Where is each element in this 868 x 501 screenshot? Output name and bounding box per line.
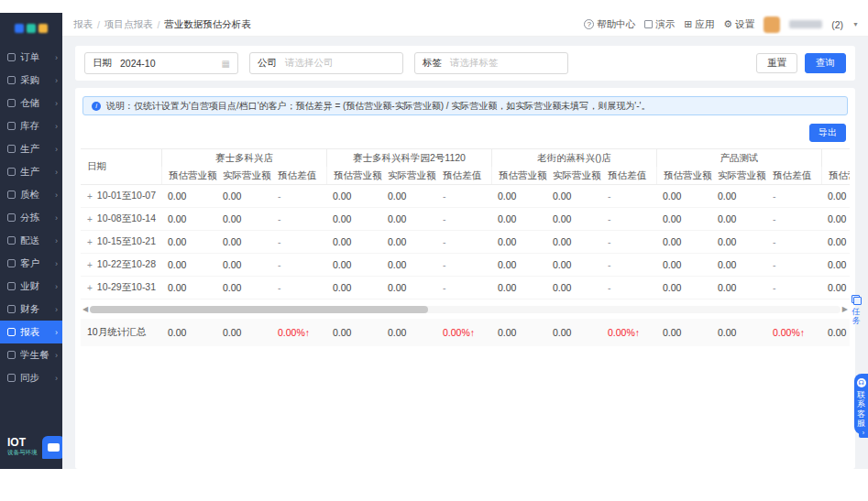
menu-icon (7, 282, 16, 290)
sidebar-item-label: 分拣 (20, 212, 55, 224)
breadcrumb-item[interactable]: 项目点报表 (104, 18, 153, 31)
iot-text: IOT 设备与环境 (7, 437, 38, 458)
data-cell: 0.00 (381, 282, 436, 293)
topbar-action-demo[interactable]: 演示 (644, 18, 675, 31)
sidebar-item-生产[interactable]: 生产› (0, 137, 62, 160)
data-cell: 0.00 (656, 259, 711, 270)
avatar[interactable] (764, 16, 780, 33)
scroll-left-icon[interactable]: ◀ (81, 306, 90, 313)
row-date-cell: +10-01至10-07 (81, 190, 161, 202)
date-picker[interactable]: 日期 2024-10 ▦ (84, 52, 238, 74)
topbar-action-apps[interactable]: ⊞应用 (684, 18, 714, 31)
date-value: 2024-10 (120, 58, 156, 69)
data-cell: 0.00 (546, 236, 601, 247)
row-date-label: 10-22至10-28 (97, 258, 156, 271)
sidebar-item-label: 订单 (20, 51, 55, 64)
tasks-widget[interactable]: 任务 (847, 295, 865, 326)
expand-toggle-icon[interactable]: + (87, 191, 93, 201)
sidebar-item-采购[interactable]: 采购› (0, 69, 62, 92)
chevron-right-icon: › (55, 305, 58, 314)
export-button[interactable]: 导出 (809, 124, 846, 142)
expand-toggle-icon[interactable]: + (87, 214, 93, 224)
sub-header: 预估营业额 (326, 167, 381, 184)
app-logo (0, 13, 62, 44)
collapse-icon[interactable]: › (859, 429, 868, 438)
iot-chat-icon[interactable] (42, 436, 65, 459)
data-cell: 0.00 (326, 191, 381, 201)
topbar-action-label: 帮助中心 (597, 18, 635, 31)
sidebar-item-配送[interactable]: 配送› (0, 229, 62, 252)
company-select[interactable]: 公司 请选择公司 (249, 52, 403, 74)
gear-icon: ⚙ (723, 19, 732, 29)
sidebar-item-财务[interactable]: 财务› (0, 298, 62, 321)
help-icon: ? (584, 19, 594, 29)
tasks-icon (852, 295, 862, 305)
expand-toggle-icon[interactable]: + (87, 283, 93, 293)
menu-icon (7, 191, 16, 199)
expand-toggle-icon[interactable]: + (87, 237, 93, 247)
sidebar-item-质检[interactable]: 质检› (0, 183, 62, 206)
data-cell: - (601, 213, 656, 224)
group-header-partial (821, 149, 850, 167)
data-cell: 0.00 (656, 236, 711, 247)
menu-icon (7, 99, 16, 107)
data-cell: 0.00 (491, 236, 546, 247)
tasks-label-char: 务 (852, 316, 861, 325)
sidebar-item-label: 仓储 (20, 97, 55, 110)
sidebar-item-报表[interactable]: 报表› (0, 321, 62, 343)
contact-service-button[interactable]: ☊ 联系客服 (854, 374, 868, 434)
table-row: +10-29至10-310.000.00-0.000.00-0.000.00-0… (81, 277, 850, 300)
sidebar-item-分拣[interactable]: 分拣› (0, 206, 62, 229)
scrollbar-track[interactable] (90, 306, 841, 313)
sidebar-item-客户[interactable]: 客户› (0, 252, 62, 275)
menu-icon (7, 351, 16, 359)
summary-cell: 0.00 (546, 327, 601, 338)
topbar-action-label: 设置 (735, 18, 754, 31)
group-header-row: 赛士多科兴店赛士多科兴科学园2号1120老街的蒸科兴()店产品测试 (161, 149, 850, 167)
summary-label: 10月统计汇总 (81, 326, 161, 339)
data-cell: 0.00 (711, 191, 766, 201)
sub-header: 预估营业额 (161, 167, 216, 184)
chevron-right-icon: › (55, 328, 58, 337)
data-cell: 0.00 (711, 236, 766, 247)
summary-cell: 0.00 (216, 327, 271, 338)
chevron-right-icon: › (55, 236, 58, 245)
sidebar-item-库存[interactable]: 库存› (0, 114, 62, 137)
sidebar-item-订单[interactable]: 订单› (0, 46, 62, 69)
expand-toggle-icon[interactable]: + (87, 260, 93, 270)
sidebar-item-同步[interactable]: 同步› (0, 366, 62, 389)
data-cell: - (271, 236, 326, 247)
app-window: 订单›采购›仓储›库存›生产›生产›质检›分拣›配送›客户›业财›财务›报表›学… (0, 13, 868, 469)
data-cell-partial: 0.00 (821, 191, 850, 201)
topbar-action-gear[interactable]: ⚙设置 (723, 18, 754, 31)
data-cell: - (271, 213, 326, 224)
calendar-icon: ▦ (222, 59, 230, 69)
data-cell-partial: 0.00 (821, 259, 850, 270)
table-row: +10-15至10-210.000.00-0.000.00-0.000.00-0… (81, 231, 850, 254)
sidebar-item-生产[interactable]: 生产› (0, 160, 62, 183)
chevron-down-icon[interactable]: ▼ (852, 21, 859, 27)
notice-text: 说明：仅统计设置为'自营项目点/档口'的客户；预估差异 = (预估营业额-实际营… (106, 100, 650, 113)
chevron-right-icon: › (55, 351, 58, 360)
sub-header: 预估差值 (601, 167, 656, 184)
tag-select[interactable]: 标签 请选择标签 (414, 52, 568, 74)
service-label-char: 系 (857, 399, 865, 408)
service-label-char: 客 (857, 409, 865, 419)
breadcrumb-item[interactable]: 报表 (73, 18, 93, 31)
topbar-action-help[interactable]: ?帮助中心 (584, 18, 635, 31)
search-button[interactable]: 查询 (805, 53, 846, 73)
menu-icon (7, 328, 16, 336)
row-date-cell: +10-08至10-14 (81, 212, 161, 225)
sidebar-item-学生餐[interactable]: 学生餐› (0, 343, 62, 366)
reset-button[interactable]: 重置 (756, 53, 797, 73)
row-date-label: 10-01至10-07 (97, 190, 156, 202)
summary-cell-partial: 0.00 (821, 327, 850, 338)
chevron-right-icon: › (55, 53, 58, 62)
data-cell: 0.00 (656, 191, 711, 201)
data-cell: - (436, 259, 491, 270)
sidebar-item-仓储[interactable]: 仓储› (0, 92, 62, 114)
scrollbar-thumb[interactable] (90, 306, 427, 313)
row-date-label: 10-15至10-21 (97, 235, 156, 248)
sidebar-item-业财[interactable]: 业财› (0, 275, 62, 298)
sidebar-item-label: 客户 (20, 257, 55, 270)
